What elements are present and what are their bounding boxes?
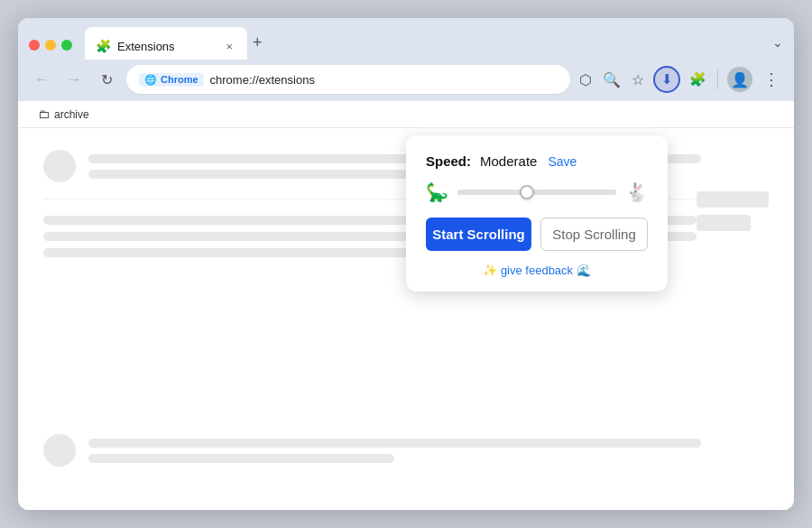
skeleton-bottom xyxy=(43,434,769,483)
popup-buttons: Start Scrolling Stop Scrolling xyxy=(426,218,648,251)
stop-scrolling-button[interactable]: Stop Scrolling xyxy=(540,218,648,251)
site-name: Chrome xyxy=(161,74,198,85)
page-content: Speed: Moderate Save 🦕 🐇 Start Scrolling… xyxy=(18,128,794,510)
chevron-down-icon[interactable]: ⌄ xyxy=(772,35,783,50)
forward-button[interactable]: → xyxy=(61,67,87,92)
address-bar: ← → ↻ 🌐 Chrome chrome://extensions ⬡ 🔍 ☆… xyxy=(18,60,794,101)
bookmark-archive[interactable]: 🗀 archive xyxy=(31,106,97,123)
skeleton-lines-2 xyxy=(88,439,769,463)
slider-fill xyxy=(457,190,527,195)
traffic-lights xyxy=(29,40,72,51)
close-traffic-light[interactable] xyxy=(29,40,40,51)
speed-value: Moderate xyxy=(480,153,537,169)
site-badge: 🌐 Chrome xyxy=(139,73,204,87)
title-bar-right: ⌄ xyxy=(772,34,783,51)
extensions-puzzle-icon[interactable]: 🧩 xyxy=(687,69,708,89)
save-link[interactable]: Save xyxy=(548,154,577,169)
bookmarks-bar: 🗀 archive xyxy=(18,101,794,128)
feedback-prefix-icon: ✨ xyxy=(483,264,497,277)
bookmark-archive-label: archive xyxy=(54,108,89,121)
folder-icon: 🗀 xyxy=(38,107,50,121)
profile-button[interactable]: 👤 xyxy=(727,67,752,92)
title-bar: 🧩 Extensions × + ⌄ xyxy=(18,18,794,60)
download-extension-button[interactable]: ⬇ xyxy=(653,66,680,93)
skeleton-block xyxy=(697,191,769,208)
address-input[interactable]: 🌐 Chrome chrome://extensions xyxy=(126,65,570,94)
speed-label: Speed: xyxy=(426,153,471,169)
fast-emoji: 🐇 xyxy=(625,181,648,203)
skeleton-right-blocks xyxy=(697,191,769,231)
skeleton-line xyxy=(88,454,394,463)
download-icon: ⬇ xyxy=(661,71,673,88)
extension-popup: Speed: Moderate Save 🦕 🐇 Start Scrolling… xyxy=(406,135,668,292)
tab-extensions-label: Extensions xyxy=(117,40,175,53)
profile-avatar: 👤 xyxy=(731,71,749,88)
maximize-traffic-light[interactable] xyxy=(61,40,72,51)
back-button[interactable]: ← xyxy=(29,67,54,92)
minimize-traffic-light[interactable] xyxy=(45,40,56,51)
tab-extensions-icon: 🧩 xyxy=(96,39,111,53)
address-icons: ⬡ 🔍 ☆ ⬇ 🧩 👤 ⋮ xyxy=(577,66,783,93)
skeleton-avatar-2 xyxy=(43,434,76,467)
chrome-icon: 🌐 xyxy=(144,74,157,86)
skeleton-block xyxy=(697,215,751,231)
slider-thumb xyxy=(520,185,534,199)
browser-window: 🧩 Extensions × + ⌄ ← → ↻ 🌐 Chrome chrome… xyxy=(18,18,794,510)
active-tab[interactable]: 🧩 Extensions × xyxy=(85,27,247,60)
speed-row: Speed: Moderate Save xyxy=(426,153,648,169)
toolbar-divider xyxy=(717,69,718,89)
feedback-link[interactable]: ✨ give feedback 🌊 xyxy=(426,264,648,277)
zoom-icon[interactable]: 🔍 xyxy=(601,69,623,90)
speed-slider[interactable] xyxy=(457,190,616,195)
scan-icon[interactable]: ⬡ xyxy=(577,69,594,90)
url-text: chrome://extensions xyxy=(210,73,315,87)
feedback-text: give feedback xyxy=(501,264,573,277)
slow-emoji: 🦕 xyxy=(426,181,448,203)
skeleton-avatar-1 xyxy=(43,150,76,182)
skeleton-line xyxy=(88,439,701,448)
refresh-button[interactable]: ↻ xyxy=(94,67,119,92)
feedback-suffix-icon: 🌊 xyxy=(577,264,591,277)
slider-row: 🦕 🐇 xyxy=(426,181,648,203)
new-tab-button[interactable]: + xyxy=(253,33,263,52)
start-scrolling-button[interactable]: Start Scrolling xyxy=(426,218,531,251)
tab-close-button[interactable]: × xyxy=(224,38,235,55)
more-menu-button[interactable]: ⋮ xyxy=(760,68,783,91)
skeleton-row-2 xyxy=(43,434,769,467)
bookmark-icon[interactable]: ☆ xyxy=(630,69,646,90)
